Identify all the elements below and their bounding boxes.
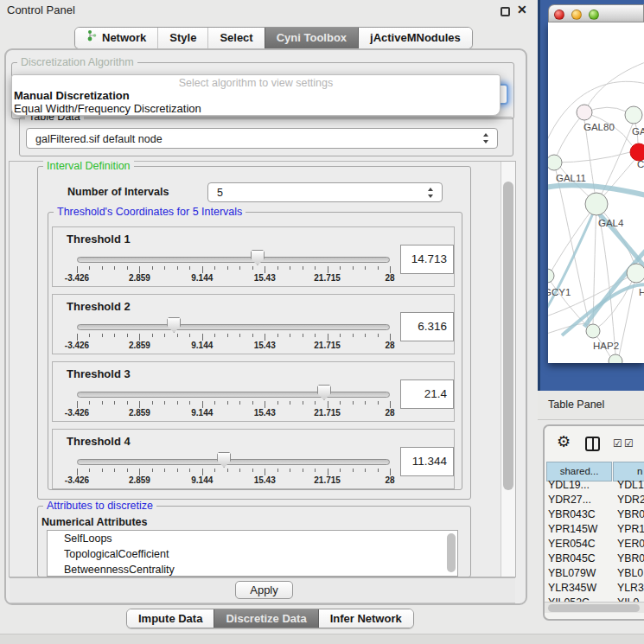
slider-track[interactable]	[77, 257, 390, 263]
slider-tick-labels: -3.4262.8599.14415.4321.71528	[77, 408, 390, 418]
checkbox-icon[interactable]: ☑	[624, 437, 634, 450]
network-node[interactable]	[585, 193, 608, 215]
checkbox-icon[interactable]: ☑	[613, 437, 622, 450]
slider-track[interactable]	[77, 324, 390, 330]
network-node[interactable]	[609, 354, 622, 363]
threshold-value-field[interactable]: 21.4	[400, 379, 454, 409]
network-node[interactable]	[586, 324, 600, 338]
tick-label: 21.715	[314, 408, 341, 418]
slider-thumb[interactable]	[217, 452, 231, 468]
minimize-traffic-light-icon[interactable]	[571, 10, 582, 20]
table-row[interactable]: YLR345WYLR3	[545, 582, 644, 596]
table-row[interactable]: YBL079WYBL0	[545, 567, 644, 582]
table-cell: YER054C	[548, 538, 596, 550]
tick-label: -3.426	[65, 475, 89, 485]
tick-mark	[340, 469, 341, 472]
tick-mark	[189, 266, 190, 270]
tick-label: 2.859	[129, 273, 150, 283]
threshold-value-field[interactable]: 11.344	[400, 447, 454, 476]
tick-label: 15.43	[254, 341, 276, 350]
float-window-icon[interactable]	[501, 7, 510, 16]
network-node[interactable]	[630, 143, 644, 161]
algorithm-option-manual[interactable]: Manual Discretization	[14, 89, 130, 102]
network-node[interactable]	[577, 105, 592, 120]
tick-mark	[315, 266, 316, 270]
tick-mark	[353, 401, 354, 405]
slider-thumb[interactable]	[251, 250, 265, 265]
table-data-combobox[interactable]: galFiltered.sif default node	[26, 128, 498, 149]
number-of-intervals-value: 5	[217, 183, 223, 203]
table-row[interactable]: YBR045CYBR0	[545, 552, 644, 567]
list-item[interactable]: SelfLoops	[48, 531, 457, 546]
network-node[interactable]	[548, 269, 554, 283]
table-row[interactable]: YDL19...YDL1	[545, 479, 644, 494]
tick-mark	[214, 469, 215, 472]
combo-arrows-icon	[483, 133, 489, 143]
table-data-value: galFiltered.sif default node	[35, 129, 163, 150]
gear-icon[interactable]: ⚙	[557, 432, 571, 451]
slider-thumb[interactable]	[317, 385, 331, 400]
threshold-value-field[interactable]: 14.713	[400, 245, 454, 274]
list-scrollbar-thumb[interactable]	[447, 533, 456, 572]
tab-infer-network[interactable]: Infer Network	[318, 609, 413, 628]
threshold-value-field[interactable]: 6.316	[400, 312, 454, 341]
tick-label: -3.426	[65, 341, 89, 350]
column-layout-icon[interactable]	[585, 437, 600, 451]
tick-mark	[390, 469, 391, 475]
table-hscrollbar-thumb[interactable]	[548, 604, 640, 612]
tab-label: jActiveMNodules	[370, 28, 461, 48]
tab-select[interactable]: Select	[207, 28, 264, 48]
tick-mark	[378, 469, 379, 472]
tick-label: 15.43	[254, 408, 276, 418]
close-traffic-light-icon[interactable]	[554, 10, 564, 20]
algorithm-placeholder-item[interactable]: Select algorithm to view settings	[12, 77, 500, 89]
tab-style[interactable]: Style	[157, 28, 207, 48]
network-node-label: C	[637, 159, 644, 169]
network-canvas[interactable]: GAL80GAGAL11GAL4GCY1HHAP2C	[548, 22, 644, 363]
network-node[interactable]	[625, 106, 642, 124]
tick-label: 28	[385, 475, 394, 485]
tick-mark	[303, 469, 303, 472]
tab-network[interactable]: Network	[75, 28, 157, 48]
tick-mark	[202, 401, 203, 408]
main-scrollbar[interactable]	[501, 162, 515, 577]
numerical-attributes-list[interactable]: SelfLoops TopologicalCoefficient Between…	[47, 530, 458, 577]
network-node-label: GA	[632, 126, 644, 137]
table-hscrollbar[interactable]	[545, 602, 644, 613]
network-node[interactable]	[548, 155, 562, 170]
tab-discretize-data[interactable]: Discretize Data	[214, 609, 317, 628]
slider-track[interactable]	[77, 392, 390, 398]
table-row[interactable]: YER054CYER0	[545, 538, 644, 552]
network-node[interactable]	[627, 264, 644, 283]
tab-label: Cyni Toolbox	[277, 28, 347, 48]
spinner-arrows-icon	[428, 188, 434, 198]
slider-thumb[interactable]	[167, 317, 181, 333]
tick-mark	[315, 469, 316, 472]
list-item[interactable]: TopologicalCoefficient	[48, 546, 457, 562]
tick-mark	[252, 334, 253, 337]
slider-track[interactable]	[77, 459, 390, 465]
tick-mark	[290, 401, 290, 405]
number-of-intervals-spinner[interactable]: 5	[207, 182, 443, 202]
tab-label: Infer Network	[330, 609, 402, 628]
tab-impute-data[interactable]: Impute Data	[127, 609, 214, 628]
tick-mark	[340, 266, 341, 270]
tick-label: 2.859	[129, 341, 150, 350]
table-rows: YDL19...YDL1YDR27...YDR2YBR043CYBR0YPR14…	[545, 479, 644, 602]
tick-mark	[390, 401, 391, 408]
apply-button[interactable]: Apply	[235, 581, 293, 599]
tab-jactivemnodules[interactable]: jActiveMNodules	[358, 28, 472, 48]
main-scrollbar-thumb[interactable]	[503, 182, 513, 490]
algorithm-option-equal-width[interactable]: Equal Width/Frequency Discretization	[14, 102, 201, 115]
list-item[interactable]: BetweennessCentrality	[48, 562, 457, 577]
table-row[interactable]: YPR145WYPR1	[545, 523, 644, 538]
tick-mark	[227, 266, 228, 270]
close-icon[interactable]: ✕	[517, 3, 527, 16]
list-scrollbar[interactable]	[447, 533, 456, 575]
network-window-titlebar[interactable]	[548, 4, 644, 22]
table-row[interactable]: YBR043CYBR0	[545, 508, 644, 523]
tick-mark	[102, 266, 103, 270]
tab-cyni-toolbox[interactable]: Cyni Toolbox	[265, 28, 358, 48]
table-row[interactable]: YDR27...YDR2	[545, 494, 644, 508]
zoom-traffic-light-icon[interactable]	[589, 10, 599, 20]
